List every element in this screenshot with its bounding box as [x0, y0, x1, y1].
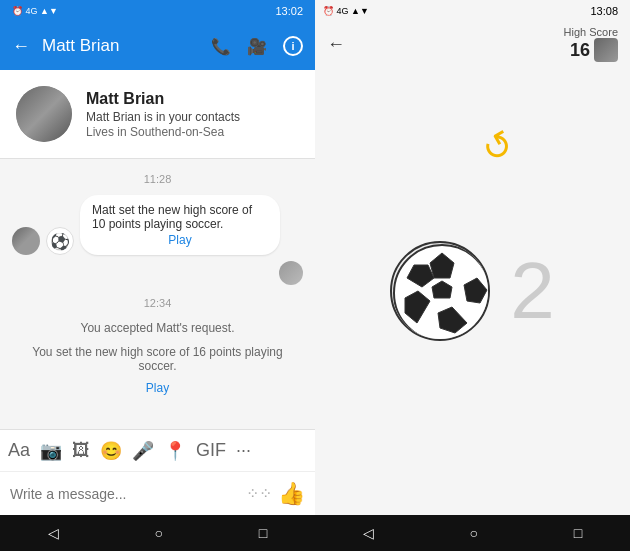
- timestamp-1128: 11:28: [12, 173, 303, 185]
- input-bar: ⁘⁘ 👍: [0, 471, 315, 515]
- right-nav-square-btn[interactable]: □: [574, 525, 582, 541]
- sticker-icon[interactable]: ⁘⁘: [246, 484, 272, 503]
- text-icon[interactable]: Aa: [8, 440, 30, 461]
- right-status-time: 13:08: [590, 5, 618, 17]
- high-score-label: High Score: [564, 26, 618, 38]
- score-avatar: [594, 38, 618, 62]
- contact-status: Matt Brian is in your contacts: [86, 110, 299, 124]
- nav-back-btn[interactable]: ◁: [48, 525, 59, 541]
- phone-icon[interactable]: 📞: [211, 37, 231, 56]
- soccer-ball: [390, 241, 490, 341]
- contact-card: Matt Brian Matt Brian is in your contact…: [0, 70, 315, 159]
- right-nav-back-btn[interactable]: ◁: [363, 525, 374, 541]
- nav-square-btn[interactable]: □: [259, 525, 267, 541]
- location-icon[interactable]: 📍: [164, 440, 186, 462]
- contact-info: Matt Brian Matt Brian is in your contact…: [86, 90, 299, 139]
- left-status-time: 13:02: [275, 5, 303, 17]
- messages-area: 11:28 ⚽ Matt set the new high score of 1…: [0, 159, 315, 429]
- video-icon[interactable]: 🎥: [247, 37, 267, 56]
- left-nav-bar: ◁ ○ □: [0, 515, 315, 551]
- game-header: ← High Score 16: [315, 22, 630, 66]
- high-score-row: 16: [570, 38, 618, 62]
- right-nav-home-btn[interactable]: ○: [470, 525, 478, 541]
- emoji-icon[interactable]: 😊: [100, 440, 122, 462]
- system-message-1: You accepted Matt's request.: [12, 321, 303, 335]
- message-bubble-received: Matt set the new high score of 10 points…: [80, 195, 280, 255]
- like-icon[interactable]: 👍: [278, 481, 305, 507]
- soccer-badge: ⚽: [46, 227, 74, 255]
- left-status-bar: ⏰ 4G ▲▼ 13:02: [0, 0, 315, 22]
- info-icon[interactable]: i: [283, 36, 303, 56]
- right-panel: ⏰ 4G ▲▼ 13:08 ← High Score 16 ↺: [315, 0, 630, 551]
- sender-avatar-small: [12, 227, 40, 255]
- high-score-value: 16: [570, 40, 590, 61]
- right-nav-bar: ◁ ○ □: [315, 515, 630, 551]
- message-text: Matt set the new high score of 10 points…: [92, 203, 252, 231]
- input-right-icons: ⁘⁘ 👍: [246, 481, 305, 507]
- left-panel: ⏰ 4G ▲▼ 13:02 ← Matt Brian 📞 🎥 i Matt Br…: [0, 0, 315, 551]
- more-icon[interactable]: ···: [236, 440, 251, 461]
- right-status-left: ⏰ 4G ▲▼: [323, 6, 369, 16]
- game-back-arrow-icon[interactable]: ←: [327, 34, 345, 55]
- back-arrow-icon[interactable]: ←: [12, 36, 30, 57]
- curve-arrow-icon: ↺: [475, 121, 522, 172]
- chat-header: ← Matt Brian 📞 🎥 i: [0, 22, 315, 70]
- contact-name: Matt Brian: [86, 90, 299, 108]
- play-link-2[interactable]: Play: [12, 381, 303, 395]
- contact-location: Lives in Southend-on-Sea: [86, 125, 299, 139]
- gif-icon[interactable]: GIF: [196, 440, 226, 461]
- nav-home-btn[interactable]: ○: [155, 525, 163, 541]
- message-row-received: ⚽ Matt set the new high score of 10 poin…: [12, 195, 303, 255]
- chat-header-title: Matt Brian: [42, 36, 199, 56]
- camera-icon[interactable]: 📷: [40, 440, 62, 462]
- play-link-1[interactable]: Play: [92, 233, 268, 247]
- game-number: 2: [510, 251, 555, 331]
- avatar: [16, 86, 72, 142]
- avatar-photo: [16, 86, 72, 142]
- mic-icon[interactable]: 🎤: [132, 440, 154, 462]
- timestamp-1234: 12:34: [12, 297, 303, 309]
- game-area: ↺ 2: [315, 66, 630, 515]
- system-message-2: You set the new high score of 16 points …: [12, 345, 303, 373]
- gallery-icon[interactable]: 🖼: [72, 440, 90, 461]
- sent-row: [12, 261, 303, 285]
- chat-toolbar: Aa 📷 🖼 😊 🎤 📍 GIF ···: [0, 429, 315, 471]
- right-status-bar: ⏰ 4G ▲▼ 13:08: [315, 0, 630, 22]
- sent-avatar-small: [279, 261, 303, 285]
- message-input[interactable]: [10, 486, 238, 502]
- high-score-area: High Score 16: [564, 26, 618, 62]
- header-icons: 📞 🎥 i: [211, 36, 303, 56]
- left-status-left: ⏰ 4G ▲▼: [12, 6, 58, 16]
